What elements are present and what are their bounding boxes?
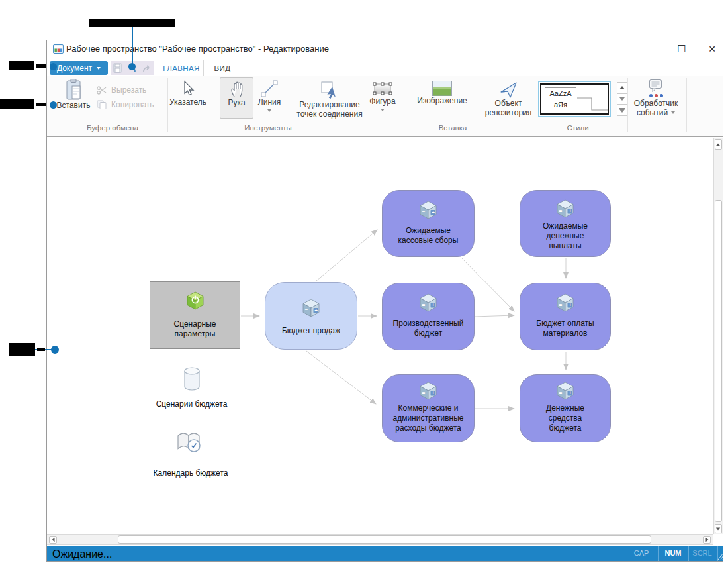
node-label: Денежные средства бюджета — [546, 403, 584, 433]
group-label-insert: Вставка — [403, 124, 502, 132]
event-handler-button[interactable]: Обработчик событий — [629, 79, 683, 117]
gallery-scroll-up-button[interactable] — [617, 82, 627, 93]
style-preview-line-1: AaZzA — [545, 88, 576, 99]
line-icon — [261, 80, 278, 97]
paste-label: Вставить — [57, 101, 91, 110]
group-separator — [167, 78, 168, 132]
statusbar-separator — [658, 546, 659, 561]
scroll-left-button[interactable] — [49, 536, 57, 544]
chevron-down-icon — [381, 109, 385, 111]
svg-text:+: + — [569, 390, 572, 396]
svg-text:=: = — [305, 307, 308, 313]
triangle-left-icon — [52, 537, 54, 541]
paste-icon — [65, 79, 82, 101]
triangle-up-icon — [619, 86, 625, 89]
redo-icon[interactable] — [142, 64, 152, 73]
scroll-up-button[interactable] — [715, 139, 722, 150]
edit-connection-points-button[interactable]: Редактирование точек соединения — [293, 80, 366, 119]
node-budget-cash[interactable]: = + Денежные средства бюджета — [520, 374, 611, 442]
node-expected-cash-receipts[interactable]: = + Ожидаемые кассовые сборы — [382, 190, 475, 257]
triangle-down-icon — [619, 109, 625, 113]
scissors-icon — [97, 86, 107, 95]
cut-button[interactable]: Вырезать — [97, 85, 146, 95]
svg-text:+: + — [432, 390, 435, 396]
scroll-right-button[interactable] — [703, 536, 711, 544]
node-label: Сценарные параметры — [174, 319, 216, 339]
save-icon[interactable] — [113, 63, 122, 73]
edit-connection-points-icon — [320, 80, 340, 100]
node-materials-payment-budget[interactable]: = + Бюджет оплаты материалов — [520, 283, 611, 350]
cylinder-icon[interactable] — [183, 366, 201, 393]
blue-cube-icon: = + — [555, 293, 575, 313]
triangle-down-icon — [619, 97, 625, 101]
node-label: Коммерческие и административные расходы … — [392, 403, 463, 433]
repository-object-label-1: Объект — [495, 99, 522, 108]
speech-bubble-icon — [648, 79, 664, 93]
caps-lock-indicator: CAP — [627, 549, 655, 557]
gallery-more-button[interactable] — [617, 105, 627, 116]
status-bar — [47, 546, 723, 561]
vertical-scroll-thumb[interactable] — [715, 200, 722, 522]
book-calendar-icon[interactable] — [174, 429, 205, 456]
triangle-down-icon — [716, 527, 720, 530]
callout-dot — [50, 63, 57, 70]
callout-box-top — [89, 19, 175, 27]
blue-cube-icon: = + — [418, 293, 438, 313]
pointer-icon — [181, 80, 195, 97]
scroll-down-button[interactable] — [715, 524, 722, 533]
node-label: Бюджет продаж — [282, 326, 340, 336]
paste-button[interactable]: Вставить — [54, 79, 93, 110]
image-button[interactable]: Изображение — [412, 81, 472, 105]
node-sales-budget[interactable]: = + Бюджет продаж — [265, 282, 357, 350]
node-production-budget[interactable]: = + Производственный бюджет — [382, 283, 475, 350]
event-handler-label-2-text: событий — [637, 108, 668, 117]
hand-label: Рука — [228, 98, 245, 107]
callout-dot — [128, 63, 136, 70]
callout-dash — [36, 64, 46, 68]
edit-connection-points-label-2: точек соединения — [296, 109, 362, 119]
node-commercial-admin-expenses[interactable]: = + Коммерческие и административные расх… — [382, 374, 475, 442]
gallery-more-bar — [619, 108, 625, 109]
style-gallery[interactable]: AaZzA аЯя — [538, 81, 611, 117]
label-budget-calendar: Календарь бюджета — [141, 468, 240, 478]
minimize-button[interactable]: — — [641, 42, 660, 56]
group-label-styles: Стили — [528, 124, 627, 132]
tab-view[interactable]: ВИД — [208, 60, 237, 76]
chevron-down-icon — [671, 111, 675, 114]
blue-cube-icon: = + — [555, 199, 575, 219]
shape-icon — [372, 81, 393, 97]
svg-text:+: + — [569, 208, 572, 214]
blue-cube-icon: = + — [418, 200, 438, 220]
tab-view-label: ВИД — [214, 64, 231, 72]
close-button[interactable]: ✕ — [702, 42, 722, 56]
event-handler-label-2: событий — [637, 108, 675, 117]
node-expected-cash-payments[interactable]: = + Ожидаемые денежные выплаты — [520, 190, 611, 257]
image-label: Изображение — [417, 96, 467, 105]
resize-grip-icon[interactable] — [717, 552, 723, 560]
copy-button[interactable]: Копировать — [97, 100, 154, 109]
callout-dot — [50, 101, 57, 109]
gallery-scroll-down-button[interactable] — [617, 93, 627, 105]
node-scenario-parameters[interactable]: Сценарные параметры — [150, 282, 240, 349]
cut-label: Вырезать — [111, 85, 146, 95]
repository-object-button[interactable]: Объект репозитория — [482, 80, 535, 117]
tab-home[interactable]: ГЛАВНАЯ — [159, 60, 204, 76]
num-lock-indicator: NUM — [659, 549, 687, 557]
shape-button[interactable]: Фигура — [366, 81, 399, 111]
style-gallery-selected: AaZzA аЯя — [540, 83, 609, 115]
paper-plane-icon — [499, 80, 518, 99]
maximize-button[interactable]: ☐ — [672, 42, 692, 56]
hand-icon — [229, 80, 245, 98]
triangle-up-icon — [716, 143, 720, 146]
callout-dash — [37, 348, 45, 351]
status-message: Ожидание... — [52, 548, 112, 560]
svg-text:+: + — [569, 302, 572, 308]
horizontal-scroll-thumb[interactable] — [118, 535, 651, 544]
style-preview-line-shape — [576, 85, 609, 115]
screen: Рабочее пространство "Рабочее пространст… — [0, 0, 728, 563]
pointer-tool-button[interactable]: Указатель — [169, 80, 207, 107]
document-menu-button[interactable]: Документ — [50, 61, 108, 75]
line-tool-button[interactable]: Линия — [254, 80, 285, 112]
svg-text:+: + — [432, 209, 435, 215]
hand-tool-button[interactable]: Рука — [220, 77, 253, 119]
